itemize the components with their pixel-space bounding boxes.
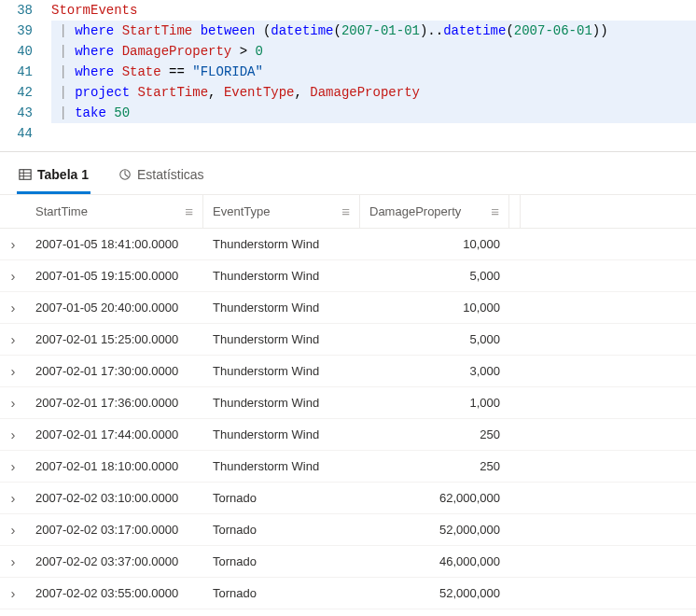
code-line[interactable]: 40 | where DamageProperty > 0 <box>0 41 696 62</box>
code-content[interactable]: | project StartTime, EventType, DamagePr… <box>51 82 696 103</box>
code-content[interactable]: | take 50 <box>51 103 696 123</box>
line-number: 39 <box>0 21 51 41</box>
code-token: | <box>59 105 66 120</box>
tab-stats[interactable]: Estatísticas <box>117 161 206 194</box>
table-row[interactable]: ›2007-02-02 03:37:00.0000Tornado46,000,0… <box>0 546 696 578</box>
column-menu-icon[interactable]: ≡ <box>177 203 193 219</box>
code-token <box>67 23 75 38</box>
table-row[interactable]: ›2007-02-02 03:10:00.0000Tornado62,000,0… <box>0 483 696 514</box>
expand-row-icon[interactable]: › <box>0 363 26 379</box>
results-tabs: Tabela 1 Estatísticas <box>0 152 696 195</box>
table-row[interactable]: ›2007-02-01 17:30:00.0000Thunderstorm Wi… <box>0 356 696 387</box>
expand-row-icon[interactable]: › <box>0 553 26 569</box>
cell-damageproperty: 3,000 <box>360 364 509 378</box>
code-token <box>231 44 239 59</box>
expand-row-icon[interactable]: › <box>0 427 26 442</box>
column-label: DamageProperty <box>369 204 483 218</box>
column-header-damageproperty[interactable]: DamageProperty ≡ <box>360 195 509 228</box>
expand-row-icon[interactable]: › <box>0 300 26 315</box>
code-line[interactable]: 39 | where StartTime between (datetime(2… <box>0 21 696 41</box>
table-row[interactable]: ›2007-02-02 03:17:00.0000Tornado52,000,0… <box>0 514 696 546</box>
cell-damageproperty: 46,000,000 <box>360 554 509 568</box>
code-token <box>67 85 75 100</box>
column-header-eventtype[interactable]: EventType ≡ <box>203 195 360 228</box>
code-token: ( <box>506 23 513 38</box>
expand-row-icon[interactable]: › <box>0 522 26 538</box>
code-token: where <box>75 64 114 79</box>
code-token: )) <box>592 23 608 38</box>
cell-starttime: 2007-01-05 19:15:00.0000 <box>26 269 203 283</box>
code-token: datetime <box>271 23 333 38</box>
cell-eventtype: Thunderstorm Wind <box>203 364 360 378</box>
stats-icon <box>118 168 132 181</box>
line-number: 40 <box>0 41 51 62</box>
expand-row-icon[interactable]: › <box>0 236 26 252</box>
code-token: datetime <box>443 23 506 38</box>
code-content[interactable]: StormEvents <box>51 0 696 21</box>
code-editor[interactable]: 38StormEvents39 | where StartTime betwee… <box>0 0 696 152</box>
cell-starttime: 2007-02-02 03:37:00.0000 <box>26 554 203 568</box>
expand-row-icon[interactable]: › <box>0 268 26 284</box>
code-token: > <box>240 44 247 59</box>
cell-starttime: 2007-02-01 17:36:00.0000 <box>26 396 203 410</box>
code-token <box>67 64 75 79</box>
code-token: where <box>75 23 114 38</box>
cell-eventtype: Thunderstorm Wind <box>203 269 360 283</box>
table-row[interactable]: ›2007-02-01 18:10:00.0000Thunderstorm Wi… <box>0 451 696 483</box>
expand-row-icon[interactable]: › <box>0 331 26 347</box>
code-content[interactable]: | where StartTime between (datetime(2007… <box>51 21 696 41</box>
tab-table[interactable]: Tabela 1 <box>17 161 90 194</box>
table-row[interactable]: ›2007-01-05 18:41:00.0000Thunderstorm Wi… <box>0 229 696 260</box>
code-content[interactable]: | where State == "FLORIDA" <box>51 62 696 82</box>
code-token: | <box>59 44 66 59</box>
table-row[interactable]: ›2007-02-02 03:55:00.0000Tornado52,000,0… <box>0 609 696 616</box>
line-number: 43 <box>0 103 51 123</box>
code-line[interactable]: 44 <box>0 123 696 144</box>
code-content[interactable] <box>51 123 696 144</box>
code-line[interactable]: 43 | take 50 <box>0 103 696 123</box>
expand-row-icon[interactable]: › <box>0 458 26 474</box>
cell-eventtype: Tornado <box>203 523 360 537</box>
code-token <box>114 23 121 38</box>
code-token: | <box>59 23 66 38</box>
table-row[interactable]: ›2007-01-05 19:15:00.0000Thunderstorm Wi… <box>0 260 696 292</box>
cell-eventtype: Thunderstorm Wind <box>203 301 360 315</box>
cell-starttime: 2007-02-01 15:25:00.0000 <box>26 332 203 346</box>
code-token <box>67 44 75 59</box>
code-token <box>67 105 75 120</box>
column-menu-icon[interactable]: ≡ <box>334 203 350 219</box>
svg-rect-0 <box>20 170 31 180</box>
cell-damageproperty: 5,000 <box>360 269 509 283</box>
code-token: EventType <box>224 85 295 100</box>
table-row[interactable]: ›2007-02-01 17:36:00.0000Thunderstorm Wi… <box>0 387 696 419</box>
table-row[interactable]: ›2007-02-02 03:55:00.0000Tornado52,000,0… <box>0 578 696 609</box>
column-label: EventType <box>213 204 334 218</box>
table-row[interactable]: ›2007-01-05 20:40:00.0000Thunderstorm Wi… <box>0 292 696 324</box>
cell-damageproperty: 52,000,000 <box>360 523 509 537</box>
cell-damageproperty: 10,000 <box>360 237 509 251</box>
expand-row-icon[interactable]: › <box>0 585 26 601</box>
column-header-starttime[interactable]: StartTime ≡ <box>26 195 203 228</box>
line-number: 38 <box>0 0 51 21</box>
code-token: StartTime <box>137 85 208 100</box>
code-token <box>114 44 121 59</box>
code-token: ( <box>334 23 341 38</box>
code-line[interactable]: 41 | where State == "FLORIDA" <box>0 62 696 82</box>
code-content[interactable]: | where DamageProperty > 0 <box>51 41 696 62</box>
code-token: project <box>75 85 130 100</box>
cell-starttime: 2007-02-01 18:10:00.0000 <box>26 459 203 473</box>
code-token: State <box>122 64 161 79</box>
code-token: DamageProperty <box>122 44 232 59</box>
line-number: 42 <box>0 82 51 103</box>
cell-eventtype: Thunderstorm Wind <box>203 396 360 410</box>
column-label: StartTime <box>35 204 177 218</box>
expand-row-icon[interactable]: › <box>0 490 26 506</box>
table-row[interactable]: ›2007-02-01 17:44:00.0000Thunderstorm Wi… <box>0 419 696 451</box>
code-token <box>161 64 169 79</box>
expand-row-icon[interactable]: › <box>0 395 26 411</box>
table-row[interactable]: ›2007-02-01 15:25:00.0000Thunderstorm Wi… <box>0 324 696 356</box>
column-menu-icon[interactable]: ≡ <box>483 203 499 219</box>
code-line[interactable]: 38StormEvents <box>0 0 696 21</box>
code-line[interactable]: 42 | project StartTime, EventType, Damag… <box>0 82 696 103</box>
results-grid: StartTime ≡ EventType ≡ DamageProperty ≡… <box>0 195 696 616</box>
